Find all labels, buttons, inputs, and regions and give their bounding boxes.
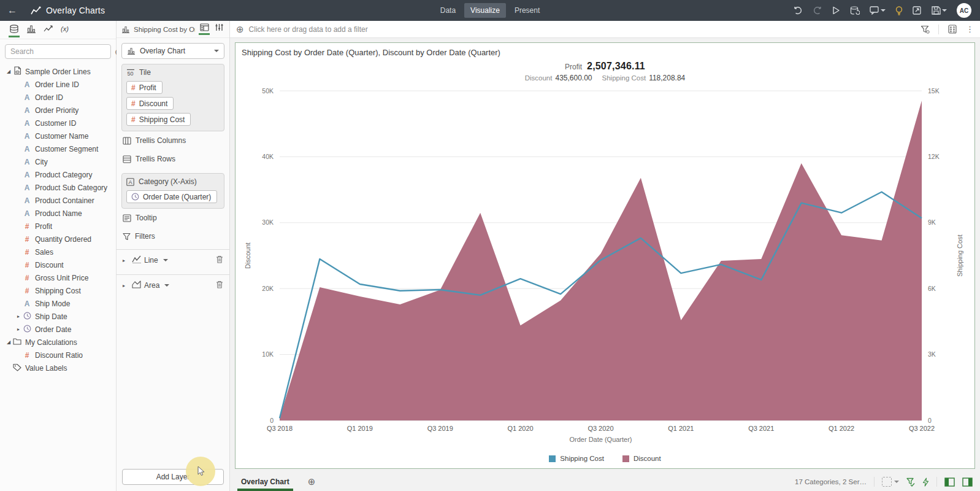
avatar[interactable]: AC bbox=[957, 3, 971, 18]
expand-caret-icon[interactable]: ▸ bbox=[15, 314, 22, 319]
tooltip-dropzone[interactable]: Tooltip bbox=[121, 209, 224, 227]
pill-shipping-cost[interactable]: #Shipping Cost bbox=[126, 113, 191, 126]
grammar-tab-icon[interactable] bbox=[199, 23, 210, 35]
conditional-formatting-icon[interactable] bbox=[947, 25, 957, 34]
filters-dropzone[interactable]: Filters bbox=[121, 227, 224, 246]
filter-bar-hint[interactable]: Click here or drag data to add a filter bbox=[249, 25, 368, 34]
expand-caret-icon[interactable]: ◢ bbox=[5, 69, 12, 74]
tree-item-customer-name[interactable]: ACustomer Name bbox=[0, 130, 116, 142]
limit-values-funnel-icon[interactable] bbox=[921, 25, 930, 34]
pill-order-date-quarter[interactable]: Order Date (Quarter) bbox=[126, 190, 217, 203]
add-canvas-icon[interactable]: ⊕ bbox=[308, 476, 316, 487]
tree-item-label: Customer Segment bbox=[35, 145, 98, 153]
tree-item-sales[interactable]: #Sales bbox=[0, 246, 116, 258]
tab-visualize[interactable]: Visualize bbox=[464, 3, 506, 18]
svg-text:Q3 2019: Q3 2019 bbox=[427, 425, 453, 432]
tree-item-city[interactable]: ACity bbox=[0, 155, 116, 168]
tree-item-product-name[interactable]: AProduct Name bbox=[0, 207, 116, 220]
chevron-down-icon[interactable] bbox=[164, 284, 169, 287]
delete-layer-icon[interactable] bbox=[216, 255, 223, 265]
layout-fit-selector[interactable] bbox=[882, 477, 899, 487]
canvas-tab-overlay-chart[interactable]: Overlay Chart bbox=[237, 473, 293, 491]
layer-row-line[interactable]: ▸Line bbox=[121, 250, 224, 271]
tree-item-product-category[interactable]: AProduct Category bbox=[0, 168, 116, 181]
fit-canvas-icon bbox=[882, 477, 892, 487]
undo-icon[interactable] bbox=[793, 6, 803, 15]
canvas-tab-bar: Overlay Chart ⊕ 17 Categories, 2 Ser… bbox=[230, 473, 980, 491]
export-window-icon[interactable] bbox=[913, 6, 922, 15]
toggle-right-panel-icon[interactable] bbox=[962, 477, 973, 487]
tree-item-profit[interactable]: #Profit bbox=[0, 220, 116, 233]
preview-play-icon[interactable] bbox=[832, 6, 840, 15]
tree-item-customer-id[interactable]: ACustomer ID bbox=[0, 117, 116, 130]
tab-analytics[interactable] bbox=[40, 25, 56, 37]
expand-caret-icon[interactable]: ▸ bbox=[15, 327, 22, 332]
chevron-down-icon[interactable] bbox=[163, 259, 168, 261]
tree-item-gross-unit-price[interactable]: #Gross Unit Price bbox=[0, 271, 116, 284]
category-dropzone[interactable]: A Category (X-Axis) Order Date (Quarter) bbox=[121, 173, 224, 209]
pill-discount[interactable]: #Discount bbox=[126, 97, 174, 110]
redo-icon[interactable] bbox=[813, 6, 822, 15]
tree-item-value-labels[interactable]: Value Labels bbox=[0, 361, 116, 374]
refresh-data-icon[interactable] bbox=[850, 6, 860, 15]
auto-apply-data-icon[interactable] bbox=[922, 477, 929, 487]
tree-item-label: Product Container bbox=[35, 196, 94, 205]
layer-row-area[interactable]: ▸Area bbox=[121, 275, 224, 296]
legend-item-discount[interactable]: Discount bbox=[622, 455, 661, 462]
canvas-menu-kebab-icon[interactable]: ⋮ bbox=[966, 25, 974, 33]
pill-profit[interactable]: #Profit bbox=[126, 81, 163, 94]
svg-text:9K: 9K bbox=[928, 218, 936, 226]
overlay-chart-plot[interactable]: 0010K3K20K6K30K9K40K12K50K15KQ3 2018Q1 2… bbox=[242, 82, 968, 454]
tab-parameters[interactable]: (x) bbox=[58, 25, 74, 37]
tree-item-discount-ratio[interactable]: #Discount Ratio bbox=[0, 349, 116, 361]
tree-item-discount[interactable]: #Discount bbox=[0, 258, 116, 271]
tree-item-product-sub-category[interactable]: AProduct Sub Category bbox=[0, 181, 116, 194]
settings-sliders-icon[interactable] bbox=[213, 23, 224, 35]
back-button[interactable]: ← bbox=[0, 5, 25, 16]
kpi-primary-label: Profit bbox=[565, 63, 582, 71]
tree-item-order-line-id[interactable]: AOrder Line ID bbox=[0, 78, 116, 91]
save-icon[interactable] bbox=[932, 6, 947, 15]
tree-item-ship-date[interactable]: ▸Ship Date bbox=[0, 310, 116, 323]
delete-layer-icon[interactable] bbox=[216, 280, 223, 290]
category-label: Category (X-Axis) bbox=[139, 177, 197, 186]
viz-tab-label[interactable]: Shipping Cost by Or… bbox=[134, 26, 195, 33]
expand-caret-icon[interactable]: ▸ bbox=[123, 283, 129, 288]
viz-type-select[interactable]: Overlay Chart bbox=[121, 43, 224, 59]
tab-present[interactable]: Present bbox=[508, 3, 546, 18]
tree-item-shipping-cost[interactable]: #Shipping Cost bbox=[0, 284, 116, 297]
toggle-left-panel-icon[interactable] bbox=[944, 477, 955, 487]
tab-data-elements[interactable] bbox=[6, 25, 22, 37]
kpi-primary-value: 2,507,346.11 bbox=[587, 61, 645, 71]
insights-bulb-icon[interactable] bbox=[895, 6, 903, 15]
tree-item-order-priority[interactable]: AOrder Priority bbox=[0, 104, 116, 117]
viz-card[interactable]: Shipping Cost by Order Date (Quarter), D… bbox=[235, 42, 975, 469]
add-layer-button[interactable]: Add Layer bbox=[122, 469, 224, 485]
legend-item-shipping-cost[interactable]: Shipping Cost bbox=[549, 455, 604, 462]
tree-item-label: Order Line ID bbox=[35, 80, 79, 89]
comments-icon[interactable] bbox=[870, 6, 886, 15]
add-filter-icon[interactable]: ⊕ bbox=[236, 25, 244, 34]
tree-item-sample-order-lines[interactable]: ◢Sample Order Lines bbox=[0, 65, 116, 78]
data-panel: (x) ⊕ ◢Sample Order LinesAOrder Line IDA… bbox=[0, 21, 117, 491]
trellis-columns-dropzone[interactable]: Trellis Columns bbox=[121, 131, 224, 150]
tree-item-quantity-ordered[interactable]: #Quantity Ordered bbox=[0, 233, 116, 246]
tab-data[interactable]: Data bbox=[434, 3, 462, 18]
svg-text:Q3 2020: Q3 2020 bbox=[588, 425, 613, 432]
tree-item-order-date[interactable]: ▸Order Date bbox=[0, 323, 116, 336]
expand-caret-icon[interactable]: ▸ bbox=[123, 258, 129, 263]
viz-title: Shipping Cost by Order Date (Quarter), D… bbox=[242, 48, 968, 57]
trellis-rows-dropzone[interactable]: Trellis Rows bbox=[121, 150, 224, 168]
expand-caret-icon[interactable]: ◢ bbox=[5, 339, 12, 345]
tree-item-ship-mode[interactable]: AShip Mode bbox=[0, 297, 116, 310]
tree-item-customer-segment[interactable]: ACustomer Segment bbox=[0, 142, 116, 155]
search-input[interactable] bbox=[5, 44, 111, 59]
tree-item-product-container[interactable]: AProduct Container bbox=[0, 194, 116, 207]
svg-text:Q1 2022: Q1 2022 bbox=[829, 425, 854, 432]
filter-applied-icon[interactable] bbox=[906, 477, 915, 487]
tab-visualizations[interactable] bbox=[23, 25, 39, 37]
tree-item-my-calculations[interactable]: ◢My Calculations bbox=[0, 336, 116, 349]
tree-item-order-id[interactable]: AOrder ID bbox=[0, 91, 116, 104]
kpi-secondary: Shipping Cost118,208.84 bbox=[602, 74, 686, 82]
tile-dropzone[interactable]: 50 Tile #Profit#Discount#Shipping Cost bbox=[121, 64, 224, 131]
